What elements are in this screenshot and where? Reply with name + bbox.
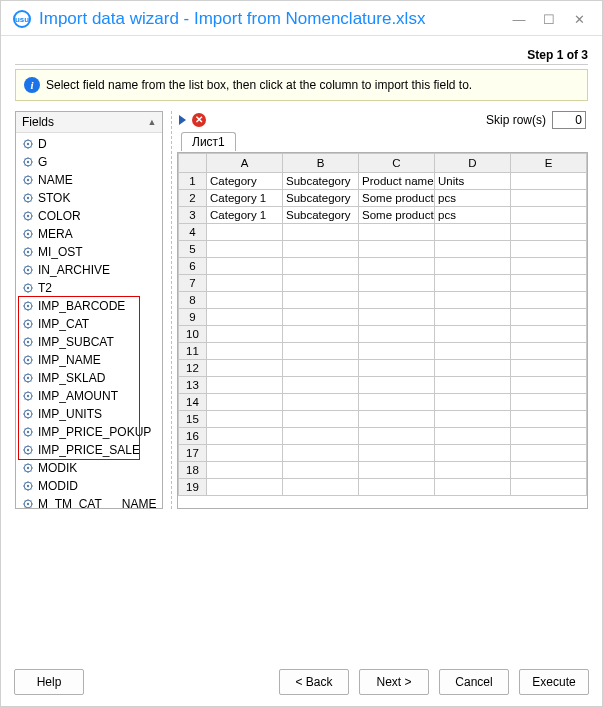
grid-cell[interactable] [283,258,359,275]
row-header[interactable]: 19 [179,479,207,496]
grid-cell[interactable] [207,224,283,241]
skip-rows-input[interactable] [552,111,586,129]
field-item[interactable]: IMP_CAT [16,315,162,333]
column-header[interactable]: E [511,154,587,173]
row-header[interactable]: 6 [179,258,207,275]
grid-cell[interactable] [283,394,359,411]
close-button[interactable]: ✕ [568,10,590,28]
grid-cell[interactable]: Units [435,173,511,190]
grid-cell[interactable] [511,343,587,360]
grid-cell[interactable] [435,445,511,462]
grid-cell[interactable] [435,411,511,428]
grid-cell[interactable] [283,428,359,445]
grid-cell[interactable] [359,292,435,309]
grid-cell[interactable] [435,326,511,343]
grid-cell[interactable] [207,258,283,275]
grid-cell[interactable] [359,241,435,258]
field-item[interactable]: T2 [16,279,162,297]
back-button[interactable]: < Back [279,669,349,695]
field-item[interactable]: STOK [16,189,162,207]
field-item[interactable]: MODIK [16,459,162,477]
row-header[interactable]: 14 [179,394,207,411]
grid-cell[interactable] [511,241,587,258]
fields-list[interactable]: DGNAMESTOKCOLORMERAMI_OSTIN_ARCHIVET2IMP… [16,133,162,508]
grid-cell[interactable] [207,292,283,309]
grid-cell[interactable]: Category [207,173,283,190]
field-item[interactable]: IMP_SKLAD [16,369,162,387]
grid-cell[interactable] [207,241,283,258]
grid-cell[interactable]: Product name [359,173,435,190]
grid-cell[interactable] [283,445,359,462]
field-item[interactable]: IN_ARCHIVE [16,261,162,279]
grid-cell[interactable] [359,309,435,326]
field-item[interactable]: M_TM_CAT___NAME [16,495,162,508]
spreadsheet-grid[interactable]: ABCDE1CategorySubcategoryProduct nameUni… [177,152,588,509]
grid-cell[interactable] [359,360,435,377]
maximize-button[interactable]: ☐ [538,10,560,28]
grid-cell[interactable] [435,241,511,258]
row-header[interactable]: 4 [179,224,207,241]
grid-cell[interactable] [283,411,359,428]
field-item[interactable]: NAME [16,171,162,189]
grid-cell[interactable]: Some product [359,207,435,224]
grid-cell[interactable] [511,394,587,411]
row-header[interactable]: 15 [179,411,207,428]
grid-cell[interactable] [207,479,283,496]
grid-cell[interactable] [511,190,587,207]
row-header[interactable]: 18 [179,462,207,479]
row-header[interactable]: 3 [179,207,207,224]
grid-cell[interactable] [283,343,359,360]
grid-cell[interactable] [511,224,587,241]
grid-cell[interactable] [283,224,359,241]
splitter[interactable] [169,111,171,509]
field-item[interactable]: IMP_SUBCAT [16,333,162,351]
grid-cell[interactable] [359,479,435,496]
grid-cell[interactable] [511,462,587,479]
play-icon[interactable] [179,115,186,125]
tab-sheet1[interactable]: Лист1 [181,132,236,151]
grid-cell[interactable] [359,394,435,411]
grid-cell[interactable]: Subcategory [283,207,359,224]
row-header[interactable]: 16 [179,428,207,445]
grid-cell[interactable] [207,445,283,462]
grid-corner[interactable] [179,154,207,173]
row-header[interactable]: 8 [179,292,207,309]
grid-cell[interactable] [435,275,511,292]
grid-cell[interactable] [359,377,435,394]
field-item[interactable]: IMP_NAME [16,351,162,369]
grid-cell[interactable] [359,224,435,241]
cancel-button[interactable]: Cancel [439,669,509,695]
field-item[interactable]: MI_OST [16,243,162,261]
column-header[interactable]: B [283,154,359,173]
grid-cell[interactable] [435,377,511,394]
grid-cell[interactable] [283,377,359,394]
grid-cell[interactable] [207,343,283,360]
row-header[interactable]: 5 [179,241,207,258]
chevron-up-icon[interactable]: ▲ [148,117,157,127]
grid-cell[interactable] [511,258,587,275]
grid-cell[interactable] [283,326,359,343]
row-header[interactable]: 17 [179,445,207,462]
column-header[interactable]: D [435,154,511,173]
grid-cell[interactable] [207,394,283,411]
row-header[interactable]: 13 [179,377,207,394]
column-header[interactable]: C [359,154,435,173]
row-header[interactable]: 1 [179,173,207,190]
grid-cell[interactable] [435,428,511,445]
grid-cell[interactable]: pcs [435,207,511,224]
grid-cell[interactable] [359,326,435,343]
row-header[interactable]: 2 [179,190,207,207]
grid-cell[interactable] [359,445,435,462]
grid-cell[interactable] [283,241,359,258]
next-button[interactable]: Next > [359,669,429,695]
grid-cell[interactable]: Subcategory [283,173,359,190]
row-header[interactable]: 7 [179,275,207,292]
grid-cell[interactable] [511,479,587,496]
grid-cell[interactable] [511,207,587,224]
row-header[interactable]: 12 [179,360,207,377]
column-header[interactable]: A [207,154,283,173]
grid-cell[interactable] [511,309,587,326]
grid-cell[interactable] [359,411,435,428]
grid-cell[interactable]: Some product [359,190,435,207]
grid-cell[interactable] [359,428,435,445]
